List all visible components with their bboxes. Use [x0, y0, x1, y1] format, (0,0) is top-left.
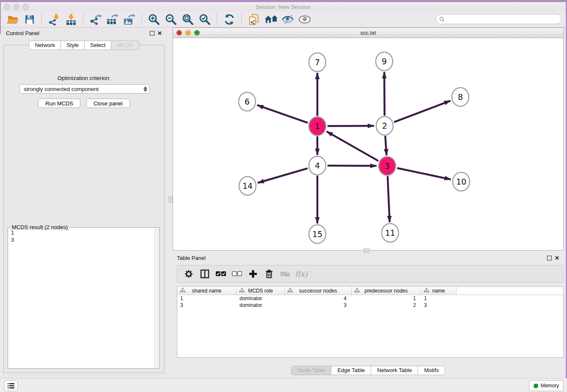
list-icon	[8, 383, 14, 389]
export-image-icon[interactable]	[122, 12, 137, 27]
toolbar-separator	[41, 14, 42, 25]
zoom-selected-icon[interactable]	[197, 12, 212, 27]
memory-button[interactable]: Memory	[529, 380, 564, 391]
graph-node-15[interactable]	[309, 225, 326, 243]
mcds-result-list[interactable]: 1 3	[11, 229, 14, 243]
graph-node-14[interactable]	[239, 177, 256, 195]
memory-status-icon	[534, 384, 538, 388]
zoom-out-icon[interactable]	[163, 12, 179, 27]
select-all-checkboxes-icon[interactable]	[215, 268, 227, 280]
graph-node-3[interactable]	[379, 157, 396, 175]
table-cell: 1	[352, 295, 421, 301]
delete-trash-icon[interactable]	[263, 268, 275, 280]
import-network-icon[interactable]	[47, 12, 62, 27]
export-network-icon[interactable]	[88, 12, 103, 27]
refresh-icon[interactable]	[222, 12, 237, 27]
splitter-handle-vertical[interactable]	[168, 196, 173, 203]
graph-node-11[interactable]	[382, 224, 399, 242]
criterion-dropdown[interactable]: strongly connected component	[19, 84, 150, 94]
search-input[interactable]	[446, 15, 561, 23]
control-panel: Control Panel ✕ NetworkStyleSelectMCDS O…	[1, 28, 167, 378]
graph-edge-3-1[interactable]	[327, 131, 378, 161]
table-cell: 3	[285, 302, 352, 308]
column-hierarchy-icon	[424, 288, 429, 293]
first-neighbors-houses-icon[interactable]	[263, 12, 278, 27]
function-builder-icon[interactable]: f(x)	[295, 268, 308, 280]
add-icon[interactable]	[247, 268, 259, 280]
table-row[interactable]: 1dominator411	[177, 295, 563, 302]
open-session-icon[interactable]	[5, 12, 20, 27]
tab-edge-table[interactable]: Edge Table	[331, 366, 371, 375]
graph-edge-4-3[interactable]	[328, 166, 377, 166]
graph-edge-2-3[interactable]	[385, 136, 387, 155]
tab-node-table[interactable]: Node Table	[291, 366, 332, 375]
column-header-label: MCDS role	[248, 288, 273, 294]
tab-motifs[interactable]: Motifs	[418, 366, 445, 375]
network-canvas[interactable]: 7968124314101511	[173, 38, 563, 251]
graph-node-6[interactable]	[239, 92, 256, 111]
table-cell: dominator	[237, 302, 285, 308]
task-history-button[interactable]	[4, 380, 18, 391]
show-all-eye-icon[interactable]	[297, 12, 312, 27]
gear-icon[interactable]	[182, 268, 195, 280]
save-session-icon[interactable]	[22, 12, 37, 27]
status-bar: Memory	[0, 378, 567, 392]
toolbar-separator	[241, 14, 242, 25]
graph-edge-2-9[interactable]	[384, 72, 385, 116]
table-cell: 2	[352, 302, 421, 308]
node-table: shared nameMCDS rolesuccessor nodesprede…	[177, 286, 564, 358]
close-panel-icon[interactable]: ✕	[157, 31, 162, 35]
tab-style[interactable]: Style	[61, 41, 85, 50]
tab-mcds[interactable]: MCDS	[111, 41, 139, 50]
graph-edge-1-2[interactable]	[328, 126, 374, 126]
graph-node-1[interactable]	[309, 117, 326, 135]
graph-edge-1-6[interactable]	[257, 105, 308, 123]
graph-node-8[interactable]	[452, 88, 469, 106]
column-header-name[interactable]: name	[421, 287, 457, 295]
graph-node-9[interactable]	[376, 52, 393, 71]
table-toolbar: f(x)	[177, 265, 564, 283]
graph-node-7[interactable]	[309, 53, 326, 72]
close-panel-icon[interactable]: ✕	[555, 256, 559, 260]
hide-selected-eye-icon[interactable]	[280, 12, 295, 27]
optimization-criterion-label: Optimization criterion:	[4, 75, 164, 81]
column-header-shared-name[interactable]: shared name	[177, 287, 237, 295]
zoom-fit-icon[interactable]	[180, 12, 195, 27]
table-panel-header: Table Panel ✕	[173, 252, 564, 263]
column-header-label: name	[432, 288, 445, 294]
table-row[interactable]: 3dominator323	[177, 302, 563, 309]
delete-table-icon[interactable]	[279, 268, 292, 280]
table-tab-bar: Node TableEdge TableNetwork TableMotifs	[173, 366, 564, 375]
toolbar-separator	[83, 14, 84, 25]
toolbar-separator	[217, 14, 217, 25]
float-panel-icon[interactable]	[547, 256, 552, 260]
export-table-icon[interactable]	[105, 12, 120, 27]
column-header-predecessor-nodes[interactable]: predecessor nodes	[352, 287, 421, 295]
zoom-in-icon[interactable]	[146, 12, 162, 27]
graph-edge-4-14[interactable]	[258, 168, 308, 183]
graph-node-4[interactable]	[309, 156, 326, 175]
close-panel-button[interactable]: Close panel	[86, 99, 130, 108]
graph-edge-2-8[interactable]	[394, 101, 450, 122]
graph-edge-3-11[interactable]	[388, 176, 390, 222]
column-header-MCDS-role[interactable]: MCDS role	[237, 287, 285, 295]
search-icon	[439, 17, 445, 22]
result-scrollbar[interactable]	[154, 228, 159, 368]
graph-node-2[interactable]	[376, 116, 393, 135]
deselect-all-checkboxes-icon[interactable]	[231, 268, 243, 280]
table-cell: 1	[421, 295, 457, 301]
graph-node-10[interactable]	[453, 172, 470, 191]
column-hierarchy-icon	[354, 288, 360, 293]
tab-network[interactable]: Network	[29, 41, 61, 50]
run-mcds-button[interactable]: Run MCDS	[38, 99, 80, 108]
column-header-successor-nodes[interactable]: successor nodes	[285, 287, 352, 295]
show-columns-icon[interactable]	[198, 268, 211, 280]
new-network-from-selection-icon[interactable]	[246, 12, 261, 27]
import-table-icon[interactable]	[63, 12, 79, 27]
float-panel-icon[interactable]	[150, 31, 154, 36]
graph-edge-3-10[interactable]	[397, 168, 451, 179]
table-cell: 1	[177, 295, 237, 301]
tab-network-table[interactable]: Network Table	[371, 366, 418, 375]
tab-select[interactable]: Select	[85, 41, 111, 50]
column-header-label: predecessor nodes	[364, 288, 407, 294]
